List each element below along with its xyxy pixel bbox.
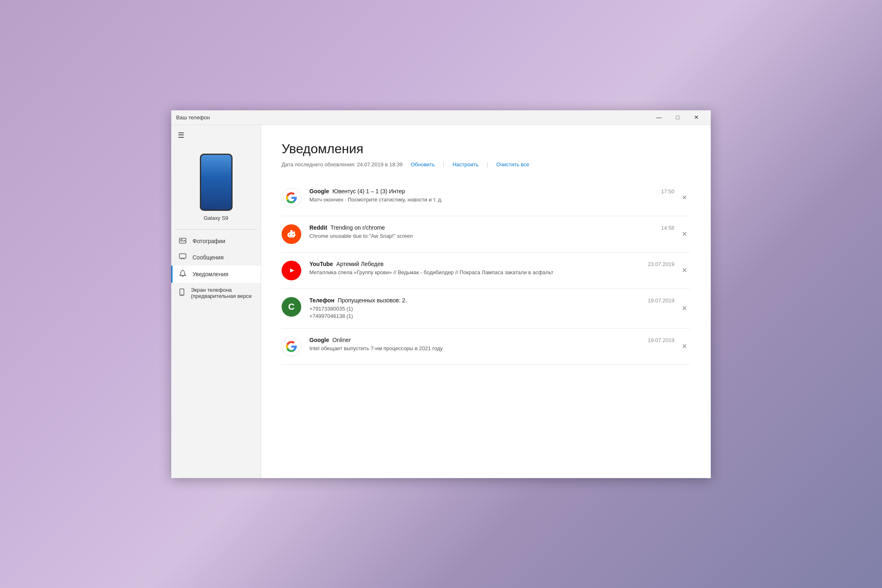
notification-text: Металлика спела «Группу крови» // Ведьма…: [309, 269, 674, 276]
notifications-icon: [179, 270, 187, 279]
sidebar-item-photos[interactable]: Фотографии: [171, 233, 261, 249]
window-controls: — □ ✕: [649, 110, 706, 125]
notification-text: Матч окончен · Посмотрите статистику, но…: [309, 196, 674, 203]
refresh-button[interactable]: Обновить: [411, 161, 435, 168]
notification-body: Google Ювентус (4) 1 – 1 (3) Интер 17:50…: [309, 188, 674, 203]
sidebar-nav: Фотографии Сообщения: [171, 230, 261, 303]
notification-close-button[interactable]: ✕: [678, 303, 690, 314]
notification-app: YouTube: [309, 261, 333, 267]
notification-app: Google: [309, 337, 329, 343]
screen-label: Экран телефона (предварительная верси: [191, 287, 253, 299]
svg-marker-11: [290, 268, 294, 273]
settings-button[interactable]: Настроить: [452, 161, 479, 168]
notification-header: Reddit Trending on r/chrome 14:58: [309, 224, 674, 231]
phone-screen: [201, 155, 231, 210]
clear-all-button[interactable]: Очистить все: [496, 161, 529, 168]
svg-point-1: [181, 239, 182, 241]
svg-point-8: [293, 234, 294, 235]
notification-time: 19.07.2019: [648, 337, 674, 343]
notification-close-button[interactable]: ✕: [678, 192, 690, 203]
notification-title: Onliner: [332, 337, 351, 343]
notification-title: Пропущенных вызовов: 2.: [338, 297, 407, 304]
app-window: Ваш телефон — □ ✕ ☰ Galaxy S9: [171, 110, 711, 478]
notification-header: Google Ювентус (4) 1 – 1 (3) Интер 17:50: [309, 188, 674, 195]
notification-body: Google Onliner 19.07.2019 Intel обещает …: [309, 337, 674, 352]
notification-body: Телефон Пропущенных вызовов: 2. 19.07.20…: [309, 297, 674, 320]
screen-icon: [179, 288, 185, 297]
close-button[interactable]: ✕: [687, 110, 706, 125]
device-name: Galaxy S9: [204, 215, 228, 221]
phone-icon: С: [282, 297, 301, 317]
messages-label: Сообщения: [193, 254, 224, 261]
notification-time: 17:50: [661, 188, 674, 195]
notification-text: +79173380035 (1)+74997046138 (1): [309, 305, 674, 320]
sidebar-item-messages[interactable]: Сообщения: [171, 249, 261, 266]
sidebar-header: ☰: [171, 125, 261, 145]
minimize-button[interactable]: —: [649, 110, 668, 125]
notification-close-button[interactable]: ✕: [678, 228, 690, 239]
maximize-button[interactable]: □: [668, 110, 687, 125]
last-updated-text: Дата последнего обновления: 24.07.2019 в…: [282, 161, 403, 168]
notification-title: Trending on r/chrome: [331, 224, 385, 231]
svg-point-9: [293, 231, 295, 233]
notification-item: Google Ювентус (4) 1 – 1 (3) Интер 17:50…: [282, 180, 690, 216]
notification-item: YouTube Артемий Лебедев 23.07.2019 Метал…: [282, 253, 690, 289]
notifications-label: Уведомления: [193, 271, 228, 277]
notification-time: 19.07.2019: [648, 297, 674, 304]
page-title: Уведомления: [282, 141, 690, 157]
google-icon: [282, 188, 301, 208]
notification-app: Reddit: [309, 224, 327, 231]
svg-point-7: [289, 234, 290, 235]
notification-title: Артемий Лебедев: [336, 261, 384, 267]
notification-header: Телефон Пропущенных вызовов: 2. 19.07.20…: [309, 297, 674, 304]
divider-vertical-2: |: [487, 161, 488, 168]
notification-item: Reddit Trending on r/chrome 14:58 Chrome…: [282, 216, 690, 253]
reddit-icon: [282, 224, 301, 244]
title-bar: Ваш телефон — □ ✕: [171, 110, 711, 125]
notification-time: 23.07.2019: [648, 261, 674, 267]
notification-item: Google Onliner 19.07.2019 Intel обещает …: [282, 329, 690, 365]
google-icon-2: [282, 337, 301, 356]
sidebar-item-notifications[interactable]: Уведомления: [171, 266, 261, 283]
notification-body: YouTube Артемий Лебедев 23.07.2019 Метал…: [309, 261, 674, 276]
svg-line-10: [291, 232, 293, 233]
notification-header: Google Onliner 19.07.2019: [309, 337, 674, 343]
hamburger-icon[interactable]: ☰: [178, 131, 184, 140]
youtube-icon: [282, 261, 301, 280]
notification-text: Intel обещает выпустить 7-нм процессоры …: [309, 345, 674, 352]
window-body: ☰ Galaxy S9 Фото: [171, 125, 711, 478]
notification-close-button[interactable]: ✕: [678, 265, 690, 276]
photos-label: Фотографии: [193, 238, 225, 244]
phone-preview: Galaxy S9: [171, 145, 261, 229]
sidebar-item-screen[interactable]: Экран телефона (предварительная верси: [171, 283, 261, 303]
notification-time: 14:58: [661, 225, 674, 231]
sidebar: ☰ Galaxy S9 Фото: [171, 125, 261, 478]
phone-image: [200, 154, 233, 211]
main-content: Уведомления Дата последнего обновления: …: [261, 125, 711, 478]
subtitle-row: Дата последнего обновления: 24.07.2019 в…: [282, 161, 690, 168]
svg-rect-2: [179, 254, 186, 258]
notification-list: Google Ювентус (4) 1 – 1 (3) Интер 17:50…: [282, 180, 690, 365]
messages-icon: [179, 253, 187, 262]
divider-vertical: |: [443, 161, 444, 168]
notification-item: С Телефон Пропущенных вызовов: 2. 19.07.…: [282, 289, 690, 329]
notification-app: Google: [309, 188, 329, 195]
window-title: Ваш телефон: [176, 114, 210, 121]
notification-close-button[interactable]: ✕: [678, 341, 690, 352]
notification-body: Reddit Trending on r/chrome 14:58 Chrome…: [309, 224, 674, 240]
notification-text: Chrome unusable due to "Aw Snap!" screen: [309, 233, 674, 240]
notification-app: Телефон: [309, 297, 334, 304]
notification-header: YouTube Артемий Лебедев 23.07.2019: [309, 261, 674, 267]
notification-title: Ювентус (4) 1 – 1 (3) Интер: [332, 188, 405, 195]
photos-icon: [179, 237, 187, 245]
